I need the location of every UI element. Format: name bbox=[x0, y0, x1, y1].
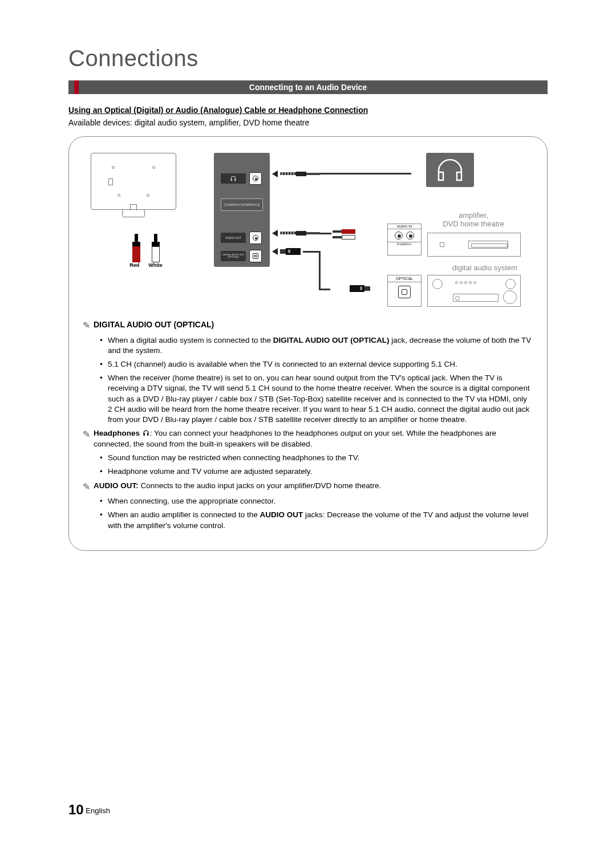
headphones-note: ✎ Headphones : You can connect your head… bbox=[83, 428, 533, 449]
audio-out-plug-icon bbox=[280, 231, 320, 236]
list-item: When an audio amplifier is connected to … bbox=[100, 510, 533, 530]
page-footer: 10 English bbox=[68, 802, 110, 818]
headphones-intro-text: : You can connect your headphones to the… bbox=[94, 429, 496, 448]
headphone-port-icon bbox=[230, 175, 237, 182]
note-icon: ✎ bbox=[83, 428, 90, 449]
note-icon: ✎ bbox=[83, 481, 90, 493]
digital-audio-system-caption: digital audio system bbox=[452, 263, 517, 272]
amplifier-device-icon bbox=[427, 233, 521, 257]
rca-red-label: Red bbox=[129, 262, 139, 268]
digital-audio-optical-port-icon: OPTICAL bbox=[387, 275, 422, 307]
page-title: Connections bbox=[68, 46, 548, 71]
tv-back-panel: COMMON INTERFACE AUDIO OUT DIGITAL AUDIO… bbox=[214, 153, 270, 267]
headphones-title: Headphones bbox=[94, 429, 140, 437]
headphones-bullet-list: Sound function may be restricted when co… bbox=[83, 453, 533, 477]
tv-icon bbox=[91, 153, 176, 210]
headphone-glyph-icon bbox=[142, 429, 150, 439]
rca-white-label: White bbox=[148, 262, 163, 268]
section-header-text: Connecting to an Audio Device bbox=[249, 83, 367, 92]
subheading: Using an Optical (Digital) or Audio (Ana… bbox=[68, 106, 548, 115]
page-number: 10 bbox=[68, 802, 84, 817]
notes-section: ✎ DIGITAL AUDIO OUT (OPTICAL) When a dig… bbox=[83, 319, 533, 531]
audio-out-note: ✎ AUDIO OUT: Connects to the audio input… bbox=[83, 481, 533, 493]
optical-plug-right-icon bbox=[330, 285, 370, 292]
note-icon: ✎ bbox=[83, 319, 90, 332]
headphones-box-icon bbox=[426, 153, 474, 187]
page-language: English bbox=[86, 806, 110, 815]
available-devices-text: Available devices: digital audio system,… bbox=[68, 118, 548, 127]
headphone-plug-icon bbox=[280, 172, 320, 176]
digital-audio-title: DIGITAL AUDIO OUT (OPTICAL) bbox=[94, 320, 214, 329]
audio-out-title: AUDIO OUT: bbox=[94, 481, 139, 490]
list-item: When connecting, use the appropriate con… bbox=[100, 496, 533, 506]
panel-audio-out-label: AUDIO OUT bbox=[221, 233, 246, 243]
rca-plugs: Red White bbox=[126, 234, 166, 268]
diagram-frame: Red White COMMON INTERFACE AUDIO OUT DIG… bbox=[68, 136, 548, 551]
diagram-area: Red White COMMON INTERFACE AUDIO OUT DIG… bbox=[83, 148, 533, 308]
list-item: When a digital audio system is connected… bbox=[100, 335, 533, 356]
audio-out-bullet-list: When connecting, use the appropriate con… bbox=[83, 496, 533, 531]
digital-audio-note: ✎ DIGITAL AUDIO OUT (OPTICAL) bbox=[83, 319, 533, 332]
panel-common-interface-label: COMMON INTERFACE bbox=[221, 198, 263, 211]
section-header-bar: Connecting to an Audio Device bbox=[68, 80, 548, 94]
list-item: Headphone volume and TV volume are adjus… bbox=[100, 466, 533, 477]
list-item: 5.1 CH (channel) audio is available when… bbox=[100, 359, 533, 370]
list-item: When the receiver (home theatre) is set … bbox=[100, 373, 533, 425]
digital-audio-device-icon bbox=[427, 275, 521, 307]
amplifier-caption: amplifier, DVD home theatre bbox=[425, 211, 522, 228]
audio-out-intro-text: Connects to the audio input jacks on you… bbox=[139, 481, 381, 490]
panel-optical-label: DIGITAL AUDIO OUT (OPTICAL) bbox=[221, 251, 246, 261]
rca-cable-icon bbox=[333, 228, 367, 242]
list-item: Sound function may be restricted when co… bbox=[100, 453, 533, 463]
digital-audio-bullet-list: When a digital audio system is connected… bbox=[83, 335, 533, 425]
amplifier-ports-icon: AUDIO IN R-AUDIO-L bbox=[387, 224, 422, 255]
